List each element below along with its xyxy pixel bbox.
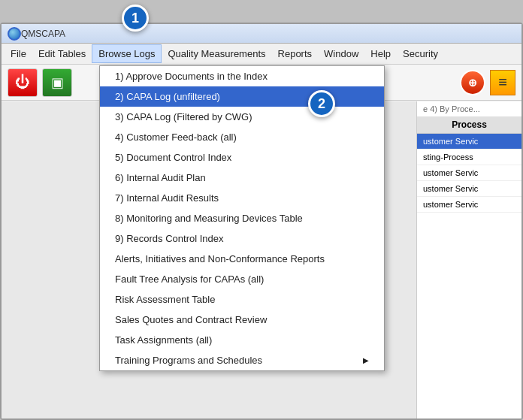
step-2-label: 2: [318, 96, 325, 112]
dropdown-item-6[interactable]: 6) Internal Audit Plan: [100, 168, 384, 188]
right-panel: e 4) By Proce... Process ustomer Servic …: [416, 101, 521, 418]
menu-quality-measurements[interactable]: Quality Measurements: [162, 45, 271, 62]
menu-window[interactable]: Window: [318, 45, 364, 62]
dropdown-item-5[interactable]: 5) Document Control Index: [100, 147, 384, 168]
by-process-label: e 4) By Proce...: [417, 101, 521, 116]
dropdown-item-risk[interactable]: Risk Assessment Table: [100, 289, 384, 310]
title-bar: QMSCAPA: [2, 24, 521, 44]
document-button[interactable]: ▣: [42, 68, 72, 97]
right-panel-header: Process: [417, 116, 521, 134]
dropdown-item-2[interactable]: 2) CAPA Log (unfiltered): [100, 86, 384, 107]
window-title: QMSCAPA: [21, 29, 65, 39]
power-icon: ⏻: [15, 74, 30, 91]
menu-file[interactable]: File: [5, 45, 32, 62]
dropdown-item-training[interactable]: Training Programs and Schedules ▶: [100, 350, 384, 370]
dropdown-item-8[interactable]: 8) Monitoring and Measuring Devices Tabl…: [100, 208, 384, 228]
step-1-indicator: 1: [122, 5, 149, 32]
document-icon: ▣: [51, 74, 64, 91]
step-1-label: 1: [132, 11, 139, 26]
dropdown-item-7[interactable]: 7) Internal Audit Results: [100, 188, 384, 208]
menu-browse-logs[interactable]: Browse Logs: [92, 44, 162, 63]
right-panel-item-2: sting-Process: [417, 150, 521, 165]
menu-edit-tables[interactable]: Edit Tables: [32, 45, 92, 62]
right-panel-item-5: ustomer Servic: [417, 197, 521, 213]
main-window: QMSCAPA File Edit Tables Browse Logs Qua…: [0, 23, 523, 420]
stack-button[interactable]: ≡: [490, 70, 515, 95]
dropdown-item-3[interactable]: 3) CAPA Log (Filtered by CWG): [100, 107, 384, 127]
dropdown-item-alerts[interactable]: Alerts, Initiatives and Non-Conformance …: [100, 249, 384, 269]
menu-help[interactable]: Help: [364, 45, 397, 62]
dropdown-item-fault[interactable]: Fault Tree Analysis for CAPAs (all): [100, 269, 384, 289]
training-label: Training Programs and Schedules: [115, 355, 262, 366]
step-2-indicator: 2: [308, 90, 335, 117]
menu-security[interactable]: Security: [397, 45, 444, 62]
help-circle-button[interactable]: ⊕: [460, 70, 485, 95]
stack-icon: ≡: [498, 74, 507, 91]
browse-logs-dropdown: 1) Approve Documents in the Index 2) CAP…: [99, 65, 385, 371]
menu-reports[interactable]: Reports: [272, 45, 319, 62]
dropdown-item-1[interactable]: 1) Approve Documents in the Index: [100, 66, 384, 86]
dropdown-item-4[interactable]: 4) Customer Feed-back (all): [100, 127, 384, 147]
submenu-arrow-icon: ▶: [363, 356, 369, 364]
app-icon: [8, 27, 21, 41]
dropdown-item-9[interactable]: 9) Records Control Index: [100, 228, 384, 249]
right-panel-item-3: ustomer Servic: [417, 165, 521, 181]
dropdown-item-task[interactable]: Task Assignments (all): [100, 330, 384, 350]
help-icon: ⊕: [468, 77, 477, 89]
menu-bar: File Edit Tables Browse Logs Quality Mea…: [2, 44, 521, 65]
right-panel-item-4: ustomer Servic: [417, 181, 521, 197]
right-panel-item-1: ustomer Servic: [417, 134, 521, 150]
power-button[interactable]: ⏻: [8, 68, 38, 97]
dropdown-item-sales[interactable]: Sales Quotes and Contract Review: [100, 310, 384, 330]
